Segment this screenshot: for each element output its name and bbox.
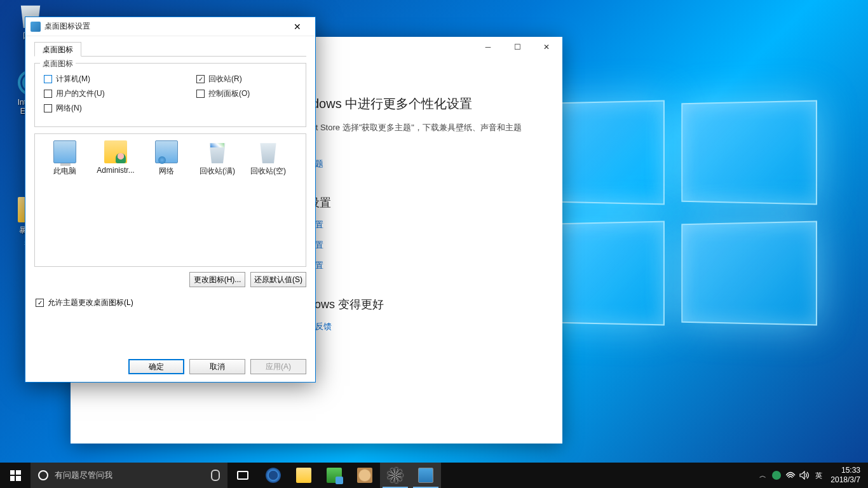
edge-icon — [266, 468, 281, 483]
groupbox-desktop-icons: 桌面图标 计算机(M) 回收站(R) 用户的文件(U) 控制面板(O) 网络(N… — [34, 63, 306, 127]
recycle-empty-icon — [257, 140, 280, 163]
ime-indicator[interactable]: 英 — [811, 463, 825, 488]
task-view-button[interactable] — [227, 463, 258, 488]
paint-icon — [357, 468, 372, 483]
windows-logo-bg — [525, 102, 830, 330]
file-explorer-icon — [296, 468, 311, 483]
preview-label: 此电脑 — [53, 166, 76, 175]
dialog-title: 桌面图标设置 — [44, 21, 285, 32]
recycle-full-icon — [206, 140, 229, 163]
preview-item-user[interactable]: Administr... — [92, 140, 139, 175]
start-button[interactable] — [0, 463, 31, 488]
taskbar-app-edge[interactable] — [258, 463, 288, 488]
minimize-button[interactable]: ─ — [473, 37, 503, 57]
checkbox-user-files[interactable]: 用户的文件(U) — [44, 88, 133, 99]
mic-icon[interactable] — [211, 470, 220, 481]
preview-item-recycle-full[interactable]: 回收站(满) — [194, 140, 241, 177]
preview-label: 回收站(满) — [200, 166, 235, 175]
taskbar-app-settings[interactable] — [380, 463, 410, 488]
search-placeholder: 有问题尽管问我 — [55, 470, 205, 481]
checkbox-network[interactable]: 网络(N) — [44, 103, 133, 114]
system-tray: ︿ 英 15:33 2018/3/7 — [756, 463, 868, 488]
checkbox-label: 回收站(R) — [208, 74, 242, 85]
cortana-search[interactable]: 有问题尽管问我 — [31, 463, 227, 488]
dialog-icon — [31, 22, 41, 32]
apply-button: 应用(A) — [250, 359, 306, 374]
tray-overflow-button[interactable]: ︿ — [756, 463, 770, 488]
tray-volume-icon[interactable] — [797, 463, 811, 488]
close-button[interactable]: ✕ — [532, 37, 561, 57]
groupbox-label: 桌面图标 — [40, 58, 76, 69]
display-icon — [418, 468, 433, 483]
preview-label: 回收站(空) — [250, 166, 286, 175]
taskbar-app-vm[interactable] — [319, 463, 349, 488]
this-pc-icon — [53, 140, 76, 163]
tab-desktop-icons[interactable]: 桌面图标 — [34, 42, 81, 57]
desktop-icon-settings-dialog: 桌面图标设置 ✕ 桌面图标 桌面图标 计算机(M) 回收站(R) 用户的文件(U… — [25, 17, 316, 383]
preview-item-recycle-empty[interactable]: 回收站(空) — [245, 140, 292, 177]
preview-item-network[interactable]: 网络 — [143, 140, 190, 177]
network-icon — [155, 140, 178, 163]
taskbar-app-paint[interactable] — [349, 463, 380, 488]
cortana-icon — [38, 470, 48, 480]
change-icon-button[interactable]: 更改图标(H)... — [189, 272, 245, 287]
cancel-button[interactable]: 取消 — [189, 359, 245, 374]
taskbar-clock[interactable]: 15:33 2018/3/7 — [825, 466, 865, 485]
checkbox-control-panel[interactable]: 控制面板(O) — [196, 88, 285, 99]
icon-preview-list[interactable]: 此电脑 Administr... 网络 回收站(满) 回收站(空) — [34, 133, 306, 267]
checkbox-label: 网络(N) — [56, 103, 82, 114]
tray-security-icon[interactable] — [770, 463, 783, 488]
checkbox-label: 用户的文件(U) — [56, 88, 105, 99]
close-button[interactable]: ✕ — [285, 18, 310, 36]
checkbox-label: 控制面板(O) — [208, 88, 250, 99]
dialog-titlebar[interactable]: 桌面图标设置 ✕ — [25, 17, 315, 36]
checkbox-allow-themes[interactable]: 允许主题更改桌面图标(L) — [36, 297, 305, 308]
preview-label: 网络 — [159, 166, 174, 175]
checkbox-computer[interactable]: 计算机(M) — [44, 74, 133, 85]
taskbar: 有问题尽管问我 ︿ 英 15:33 2018/3/7 — [0, 463, 868, 488]
preview-label: Administr... — [97, 166, 134, 175]
checkbox-label: 计算机(M) — [56, 74, 90, 85]
user-folder-icon — [104, 140, 127, 163]
taskbar-app-display[interactable] — [410, 463, 441, 488]
tray-network-icon[interactable] — [783, 463, 797, 488]
task-view-icon — [237, 471, 248, 480]
preview-item-this-pc[interactable]: 此电脑 — [41, 140, 88, 177]
taskbar-app-explorer[interactable] — [288, 463, 319, 488]
checkbox-label: 允许主题更改桌面图标(L) — [48, 297, 133, 308]
windows-icon — [10, 470, 21, 481]
tab-strip: 桌面图标 — [34, 41, 306, 57]
clock-date: 2018/3/7 — [831, 475, 860, 485]
maximize-button[interactable]: ☐ — [503, 37, 532, 57]
clock-time: 15:33 — [831, 466, 860, 475]
vm-icon — [327, 468, 342, 483]
ok-button[interactable]: 确定 — [128, 359, 184, 374]
gear-icon — [388, 468, 403, 483]
restore-defaults-button[interactable]: 还原默认值(S) — [250, 272, 306, 287]
checkbox-recycle-bin[interactable]: 回收站(R) — [196, 74, 285, 85]
